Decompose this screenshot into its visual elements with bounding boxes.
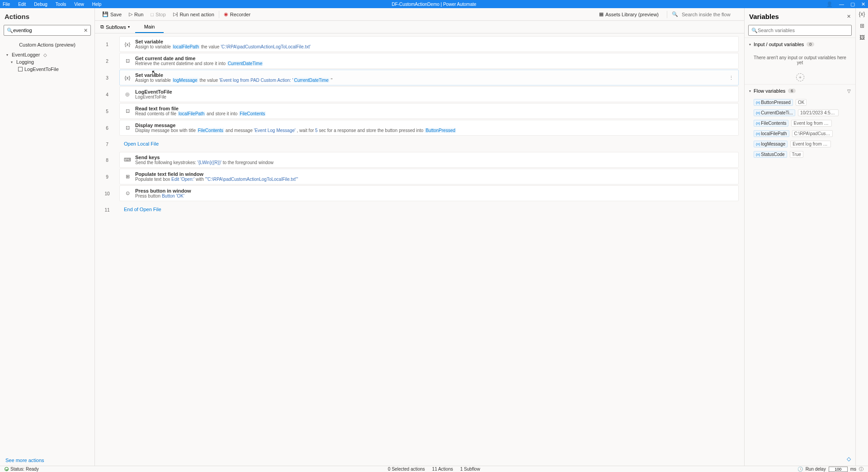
actions-search-input[interactable] xyxy=(13,28,84,33)
variable-row[interactable]: (x) FileContentsEvent log from PAD... xyxy=(754,120,850,127)
assets-library-button[interactable]: ▦Assets Library (preview) xyxy=(595,11,662,17)
recorder-button[interactable]: ◉Recorder xyxy=(220,8,254,20)
step-icon: ⊞ xyxy=(124,174,131,179)
variables-search-input[interactable] xyxy=(758,28,849,33)
record-icon: ◉ xyxy=(224,11,228,17)
flow-search-input[interactable] xyxy=(682,12,741,17)
menu-file[interactable]: File xyxy=(3,2,10,7)
flow-step-card[interactable]: ⊞Populate text field in windowPopulate t… xyxy=(119,169,739,184)
tree-eventlogger[interactable]: ▾ EventLogger ◇ xyxy=(2,51,93,58)
plus-icon: ＋ xyxy=(796,73,804,81)
menu-debug[interactable]: Debug xyxy=(34,2,47,7)
menu-help[interactable]: Help xyxy=(92,2,102,7)
step-icon: ⊡ xyxy=(124,108,131,114)
flow-step-row[interactable]: 3{x}Set variableAssign to variable logMe… xyxy=(95,70,739,86)
ui-elements-rail-icon[interactable]: ⊞ xyxy=(860,23,864,29)
step-number: 8 xyxy=(95,152,119,169)
step-number: 11 xyxy=(95,202,119,217)
flow-variables-header[interactable]: ▾ Flow variables 6 ▽ xyxy=(745,85,855,97)
flow-step-card[interactable]: Open Local File xyxy=(119,137,739,151)
io-section-label: Input / output variables xyxy=(754,42,804,47)
filter-icon[interactable]: ▽ xyxy=(847,89,851,94)
actions-panel: Actions 🔍 ✕ Custom Actions (preview) ▾ E… xyxy=(0,8,95,466)
step-subtitle: Send the following keystrokes: '{LWin}({… xyxy=(135,160,734,165)
step-content: Press button in windowPress button Butto… xyxy=(135,188,734,198)
flow-step-card[interactable]: ⊙Press button in windowPress button Butt… xyxy=(119,185,739,201)
maximize-icon[interactable]: ▢ xyxy=(850,1,855,7)
minimize-icon[interactable]: — xyxy=(839,1,844,7)
stop-button[interactable]: □Stop xyxy=(147,8,169,20)
variable-row[interactable]: (x) logMessageEvent log from PAD... xyxy=(754,141,850,147)
flow-step-card[interactable]: ⌨Send keysSend the following keystrokes:… xyxy=(119,152,739,168)
run-button[interactable]: ▷Run xyxy=(125,8,147,20)
save-button[interactable]: 💾Save xyxy=(99,8,125,20)
flow-step-card[interactable]: ⊡Read text from fileRead contents of fil… xyxy=(119,103,739,119)
clock-icon: 🕓 xyxy=(797,467,803,472)
flow-step-card[interactable]: {x}Set variableAssign to variable localF… xyxy=(119,36,739,52)
step-icon: ⌨ xyxy=(124,157,131,163)
io-variables-header[interactable]: ▾ Input / output variables 0 xyxy=(745,38,855,51)
tree-logeventtofile[interactable]: LogEventToFile xyxy=(2,66,93,73)
flow-step-row[interactable]: 5⊡Read text from fileRead contents of fi… xyxy=(95,103,739,120)
menu-edit[interactable]: Edit xyxy=(18,2,26,7)
flow-area[interactable]: 1{x}Set variableAssign to variable local… xyxy=(95,33,744,466)
subflow-tabs: ⧉Subflows▾ Main xyxy=(95,21,744,33)
tab-main[interactable]: Main xyxy=(135,21,164,33)
step-content: Get current date and timeRetrieve the cu… xyxy=(135,56,734,66)
more-icon[interactable]: ⋮ xyxy=(729,75,734,80)
run-delay-input[interactable] xyxy=(829,467,848,472)
person-icon[interactable]: 👤 xyxy=(826,1,833,7)
center-panel: 💾Save ▷Run □Stop ▷|Run next action ◉Reco… xyxy=(95,8,744,466)
flow-step-row[interactable]: 2⊡Get current date and timeRetrieve the … xyxy=(95,53,739,70)
variable-row[interactable]: (x) ButtonPressedOK xyxy=(754,99,850,106)
tree-label: EventLogger xyxy=(12,52,40,57)
flow-step-card[interactable]: ⊡Get current date and timeRetrieve the c… xyxy=(119,53,739,69)
see-more-actions-link[interactable]: See more actions xyxy=(0,455,94,466)
actions-search[interactable]: 🔍 ✕ xyxy=(4,25,91,36)
flow-step-card[interactable]: End of Open File xyxy=(119,202,739,217)
variable-row[interactable]: (x) StatusCodeTrue xyxy=(754,151,850,158)
flow-step-card[interactable]: {x}Set variableAssign to variable logMes… xyxy=(119,70,739,85)
variable-row[interactable]: (x) localFilePathC:\RPA\padCusto... xyxy=(754,130,850,137)
close-icon[interactable]: ✕ xyxy=(861,1,865,7)
close-variables-icon[interactable]: ✕ xyxy=(847,14,851,19)
caret-down-icon: ▾ xyxy=(6,53,10,57)
subflows-button[interactable]: ⧉Subflows▾ xyxy=(95,21,135,33)
flow-step-row[interactable]: 7Open Local File xyxy=(95,137,739,152)
tree-logging[interactable]: ▾ Logging xyxy=(2,58,93,66)
step-icon: ⊡ xyxy=(124,58,131,64)
flow-step-row[interactable]: 9⊞Populate text field in windowPopulate … xyxy=(95,169,739,185)
step-number: 9 xyxy=(95,169,119,185)
flow-step-card[interactable]: ⊡Display messageDisplay message box with… xyxy=(119,120,739,136)
info-icon[interactable]: ⓘ xyxy=(859,466,863,472)
flow-step-row[interactable]: 1{x}Set variableAssign to variable local… xyxy=(95,36,739,53)
run-delay-label: Run delay xyxy=(806,467,826,472)
flow-step-row[interactable]: 11End of Open File xyxy=(95,202,739,217)
add-io-variable[interactable]: ＋ xyxy=(745,70,855,84)
step-title: Get current date and time xyxy=(135,56,734,61)
custom-actions-label: Custom Actions (preview) xyxy=(2,40,93,51)
run-next-button[interactable]: ▷|Run next action xyxy=(170,8,218,20)
flow-step-row[interactable]: 6⊡Display messageDisplay message box wit… xyxy=(95,120,739,137)
flow-step-row[interactable]: 4◎LogEventToFileLogEventToFile xyxy=(95,86,739,103)
variable-chip: (x) CurrentDateTi... xyxy=(754,109,795,116)
images-rail-icon[interactable]: 🖼 xyxy=(859,34,865,41)
variable-row[interactable]: (x) CurrentDateTi...10/21/2023 4:58:53..… xyxy=(754,109,850,116)
save-icon: 💾 xyxy=(102,11,108,17)
io-variables-section: ▾ Input / output variables 0 There aren'… xyxy=(745,38,855,84)
step-subtitle: Assign to variable localFilePath the val… xyxy=(135,44,734,49)
pin-icon[interactable]: ◇ xyxy=(847,456,851,462)
flow-step-row[interactable]: 10⊙Press button in windowPress button Bu… xyxy=(95,185,739,202)
variables-search[interactable]: 🔍 xyxy=(748,25,852,36)
flow-variables-section: ▾ Flow variables 6 ▽ (x) ButtonPressedOK… xyxy=(745,84,855,165)
variable-value: OK xyxy=(796,99,807,106)
variables-rail-icon[interactable]: {x} xyxy=(859,11,865,17)
step-subtitle: LogEventToFile xyxy=(135,94,734,99)
menu-view[interactable]: View xyxy=(74,2,84,7)
clear-icon[interactable]: ✕ xyxy=(84,28,88,33)
flow-step-card[interactable]: ◎LogEventToFileLogEventToFile xyxy=(119,86,739,102)
step-icon: ⊡ xyxy=(124,125,131,131)
menu-tools[interactable]: Tools xyxy=(56,2,66,7)
step-subtitle: Display message box with title FileConte… xyxy=(135,128,734,133)
flow-step-row[interactable]: 8⌨Send keysSend the following keystrokes… xyxy=(95,152,739,169)
